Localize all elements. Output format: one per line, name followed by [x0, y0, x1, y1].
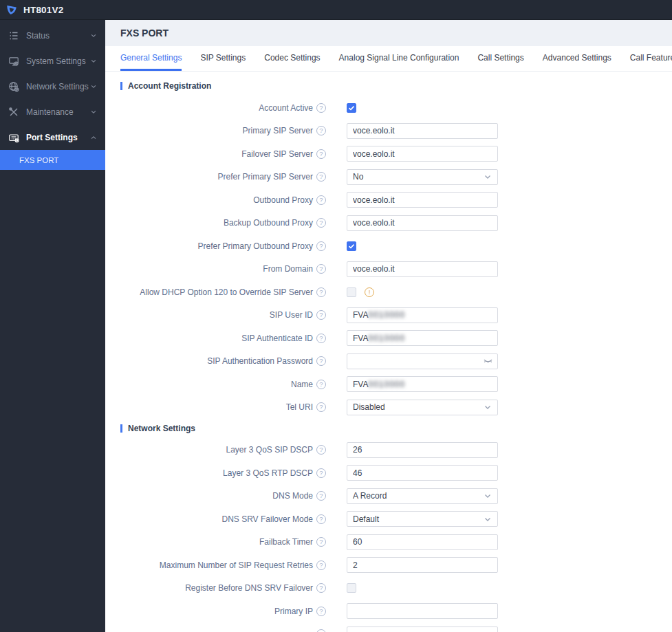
text-input[interactable]	[347, 442, 498, 458]
help-icon[interactable]: ?	[316, 491, 326, 501]
field-control	[347, 465, 498, 481]
help-icon[interactable]: ?	[316, 287, 326, 297]
tab-general-settings[interactable]: General Settings	[120, 46, 182, 71]
checkbox[interactable]	[347, 287, 356, 297]
dropdown[interactable]: Disabled	[347, 400, 498, 415]
tab-sip-settings[interactable]: SIP Settings	[200, 46, 246, 71]
field-label: Prefer Primary Outbound Proxy	[120, 241, 313, 251]
help-icon[interactable]: ?	[316, 195, 326, 205]
dropdown[interactable]: No	[347, 169, 498, 185]
text-input[interactable]: FVA0010000	[347, 307, 498, 323]
checkbox[interactable]	[347, 241, 356, 251]
help-icon[interactable]: ?	[316, 583, 326, 593]
help-icon[interactable]: ?	[316, 126, 326, 135]
field-control	[347, 241, 356, 251]
field-control: FVA0010000	[347, 307, 498, 323]
page-title: FXS PORT	[120, 28, 169, 39]
help-icon[interactable]: ?	[316, 172, 326, 182]
field-control	[347, 603, 498, 619]
text-input[interactable]	[347, 465, 498, 481]
field-label: SIP Authentication Password	[120, 356, 313, 366]
input-text-redacted: 0010000	[368, 310, 405, 320]
help-icon[interactable]: ?	[316, 103, 326, 113]
help-icon[interactable]: ?	[316, 380, 326, 389]
help-icon[interactable]: ?	[316, 468, 326, 478]
help-icon[interactable]: ?	[316, 560, 326, 570]
sidebar-subitem-label: FXS PORT	[19, 156, 58, 164]
field-label: Failover SIP Server	[120, 149, 313, 159]
help-icon[interactable]: ?	[316, 445, 326, 455]
device-title: HT801V2	[23, 5, 63, 15]
maintenance-tools-icon	[8, 107, 19, 118]
port-settings-icon	[8, 132, 19, 143]
sidebar-item-system-settings[interactable]: System Settings	[0, 48, 105, 74]
field-control	[347, 261, 498, 277]
text-input[interactable]	[347, 123, 498, 139]
section-title-text: Account Registration	[128, 81, 211, 91]
help-icon[interactable]: ?	[316, 218, 326, 228]
field-row-prefer-primary-sip-server: Prefer Primary SIP Server?No	[120, 169, 672, 185]
network-settings-icon	[8, 81, 19, 92]
page-header: FXS PORT	[105, 20, 672, 46]
help-icon[interactable]: ?	[316, 537, 326, 547]
checkbox[interactable]	[347, 103, 356, 113]
checkbox[interactable]	[347, 583, 356, 593]
field-row-primary-sip-server: Primary SIP Server?	[120, 123, 672, 139]
eye-invisible-icon[interactable]	[483, 356, 493, 367]
field-row-layer-3-qos-sip-dscp: Layer 3 QoS SIP DSCP?	[120, 442, 672, 458]
field-row-name: Name?FVA0010000	[120, 376, 672, 392]
help-icon[interactable]: ?	[316, 629, 326, 632]
text-input[interactable]: FVA0010000	[347, 376, 498, 392]
dropdown[interactable]: Default	[347, 511, 498, 527]
chevron-down-icon	[484, 403, 492, 411]
text-input[interactable]	[347, 603, 498, 619]
tab-call-settings[interactable]: Call Settings	[477, 46, 523, 71]
help-icon[interactable]: ?	[316, 241, 326, 251]
help-icon[interactable]: ?	[316, 264, 326, 274]
field-row-prefer-primary-outbound-proxy: Prefer Primary Outbound Proxy?	[120, 238, 672, 254]
field-control: Disabled	[347, 400, 498, 415]
help-icon[interactable]: ?	[316, 402, 326, 412]
sidebar-subitem-fxs-port[interactable]: FXS PORT	[0, 150, 105, 170]
sidebar-item-network-settings[interactable]: Network Settings	[0, 74, 105, 99]
tab-analog-signal-line-configuration[interactable]: Analog Signal Line Configuration	[339, 46, 459, 71]
chevron-down-icon	[90, 58, 97, 65]
tab-codec-settings[interactable]: Codec Settings	[264, 46, 320, 71]
section-title: Network Settings	[120, 424, 672, 433]
password-input[interactable]	[347, 353, 498, 369]
text-input[interactable]	[347, 261, 498, 277]
help-icon[interactable]: ?	[316, 310, 326, 320]
sidebar-item-port-settings[interactable]: Port Settings	[0, 124, 105, 150]
field-label: SIP Authenticate ID	[120, 334, 313, 343]
field-row-failback-timer: Failback Timer?	[120, 534, 672, 550]
text-input[interactable]: FVA0010000	[347, 330, 498, 346]
text-input[interactable]	[347, 557, 498, 573]
sidebar-item-status[interactable]: Status	[0, 23, 105, 48]
help-icon[interactable]: ?	[316, 356, 326, 366]
text-input[interactable]	[347, 215, 498, 231]
text-input[interactable]	[347, 146, 498, 162]
field-control	[347, 123, 498, 139]
text-input[interactable]	[347, 626, 498, 632]
help-icon[interactable]: ?	[316, 607, 326, 616]
help-icon[interactable]: ?	[316, 514, 326, 524]
field-control	[347, 103, 356, 113]
main-content: FXS PORT General Settings SIP Settings C…	[105, 20, 672, 632]
field-row-allow-dhcp-option-120-to-override-sip-server: Allow DHCP Option 120 to Override SIP Se…	[120, 284, 672, 300]
tab-advanced-settings[interactable]: Advanced Settings	[543, 46, 611, 71]
help-icon[interactable]: ?	[316, 334, 326, 343]
help-icon[interactable]: ?	[316, 149, 326, 159]
form-section-account-registration: Account RegistrationAccount Active?Prima…	[120, 81, 672, 415]
sidebar-item-maintenance[interactable]: Maintenance	[0, 99, 105, 124]
tab-call-features-settings[interactable]: Call Features Settings	[630, 46, 672, 71]
brand-logo-icon	[6, 3, 18, 16]
sidebar-item-label: Maintenance	[26, 107, 74, 117]
text-input[interactable]	[347, 534, 498, 550]
text-input[interactable]	[347, 192, 498, 208]
field-label: Allow DHCP Option 120 to Override SIP Se…	[120, 287, 313, 297]
field-control	[347, 626, 498, 632]
input-text-redacted: 0010000	[368, 380, 405, 389]
field-row-maximum-number-of-sip-request-retries: Maximum Number of SIP Request Retries?	[120, 557, 672, 573]
input-text: FVA	[353, 380, 368, 389]
dropdown[interactable]: A Record	[347, 488, 498, 504]
